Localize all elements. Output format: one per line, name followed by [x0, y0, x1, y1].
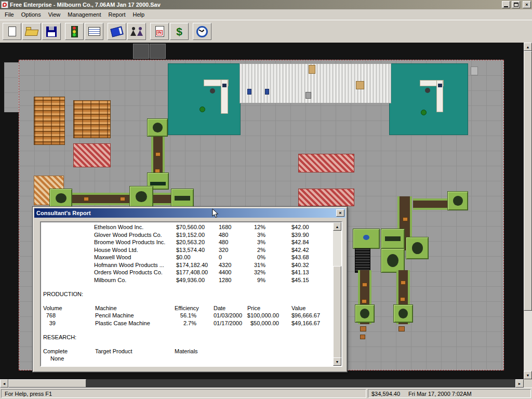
company-revenue: $177,408.00 [176, 269, 208, 275]
company-name: House Wood Ltd. [94, 247, 138, 253]
machine[interactable] [355, 304, 375, 323]
maximize-button[interactable] [512, 1, 520, 8]
warehouse-building[interactable] [240, 63, 391, 103]
scroll-right-button[interactable]: ► [515, 379, 524, 388]
report-table-icon [88, 27, 100, 36]
production-volume: 768 [42, 312, 56, 318]
menu-file[interactable]: File [1, 10, 18, 19]
machine[interactable] [381, 229, 405, 249]
office-room-left[interactable] [168, 63, 241, 135]
window-titlebar[interactable]: Free Enterprise - Milbourn Co., 7.06AM J… [0, 0, 532, 9]
zone-marker[interactable] [298, 189, 354, 206]
new-file-button[interactable] [3, 23, 21, 40]
machine[interactable] [393, 304, 413, 323]
office-chair[interactable] [425, 88, 430, 93]
simulation-speed-button[interactable] [65, 23, 84, 40]
new-document-icon [8, 26, 16, 36]
crate [309, 65, 315, 74]
window-title: Free Enterprise - Milbourn Co., 7.06AM J… [10, 2, 500, 8]
machine-cylinder[interactable] [355, 248, 370, 273]
col-efficiency: Efficiency [175, 305, 199, 311]
status-datetime: Fri Mar 17, 2000 7:02AM [408, 391, 472, 397]
market-row: Orders Wood Products Co. $177,408.00 440… [41, 269, 333, 277]
plant[interactable] [421, 110, 427, 115]
personnel-button[interactable] [127, 23, 146, 40]
save-file-button[interactable] [42, 23, 61, 40]
personnel-icon [130, 27, 143, 36]
vertical-scroll-thumb[interactable] [524, 51, 532, 311]
close-button[interactable]: × [523, 1, 531, 8]
menu-view[interactable]: View [45, 10, 64, 19]
conveyor-item [401, 281, 406, 285]
scroll-down-button[interactable]: ▼ [524, 371, 532, 379]
minimize-button[interactable] [502, 1, 510, 8]
elevator-door[interactable] [150, 44, 166, 59]
plant[interactable] [200, 107, 205, 112]
menu-report[interactable]: Report [105, 10, 129, 19]
machine[interactable] [353, 229, 380, 249]
research-header-row: Complete Target Product Materials [41, 348, 333, 356]
dialog-close-button[interactable]: × [336, 209, 344, 217]
report-listbox: Ethelson Wood Inc. $70,560.00 1680 12% $… [40, 221, 342, 367]
research-complete: None [50, 355, 64, 362]
horizontal-scroll-thumb[interactable] [8, 379, 86, 388]
menu-management[interactable]: Management [64, 10, 104, 19]
open-file-button[interactable] [22, 23, 41, 40]
production-machine: Pencil Machine [95, 312, 134, 318]
machine[interactable] [171, 189, 194, 208]
scrollbar-corner [524, 379, 532, 388]
zone-marker[interactable] [298, 154, 354, 172]
storage-rack[interactable] [73, 100, 111, 138]
company-revenue: $174,182.40 [176, 262, 208, 268]
consultants-report-dialog: Consultant's Report × Ethelson Wood Inc.… [32, 206, 348, 373]
production-price: $100,000.00 [246, 312, 279, 318]
vertical-scrollbar[interactable]: ▲ ▼ [524, 43, 532, 379]
market-share-list: Ethelson Wood Inc. $70,560.00 1680 12% $… [41, 224, 333, 284]
storage-rack[interactable] [34, 97, 65, 145]
company-units: 480 [219, 239, 228, 245]
worker[interactable] [247, 89, 251, 95]
worker[interactable] [265, 89, 269, 95]
in-tray-button[interactable]: IN [150, 23, 169, 40]
col-complete: Complete [43, 348, 68, 354]
menu-help[interactable]: Help [129, 10, 149, 19]
machine[interactable] [381, 248, 405, 273]
machine[interactable] [406, 237, 429, 259]
scroll-left-button[interactable]: ◄ [0, 379, 8, 388]
market-row: Broome Wood Products Inc. $20,563.20 480… [41, 239, 333, 247]
close-icon: × [525, 3, 528, 7]
elevator-door[interactable] [133, 44, 149, 59]
machine[interactable] [447, 191, 468, 210]
company-price: $41.13 [291, 269, 309, 275]
dialog-scroll-down-button[interactable]: ▼ [333, 357, 341, 366]
market-row: Glover Wood Products Co. $19,152.00 480 … [41, 232, 333, 240]
conveyor[interactable] [413, 198, 447, 210]
report-content: Ethelson Wood Inc. $70,560.00 1680 12% $… [41, 222, 333, 366]
in-tray-icon: IN [155, 26, 164, 37]
clock-button[interactable] [193, 23, 211, 40]
menu-options[interactable]: Options [18, 10, 45, 19]
ledger-button[interactable] [108, 23, 126, 40]
machine[interactable] [129, 186, 153, 207]
company-share: 0% [251, 254, 265, 260]
machine[interactable] [49, 189, 72, 208]
zone-marker[interactable] [73, 143, 111, 167]
report-list-button[interactable] [85, 23, 103, 40]
office-room-right[interactable] [389, 63, 468, 135]
horizontal-scrollbar[interactable]: ◄ ► [0, 379, 524, 388]
company-name: Maxwell Wood [94, 254, 131, 260]
col-date: Date [214, 305, 225, 311]
dollar-icon: $ [176, 26, 182, 37]
scroll-up-button[interactable]: ▲ [524, 43, 532, 51]
crate [356, 81, 364, 89]
finances-button[interactable]: $ [170, 23, 189, 40]
dialog-scrollbar[interactable]: ▲ ▼ [333, 222, 341, 366]
dialog-scroll-up-button[interactable]: ▲ [333, 222, 341, 231]
office-chair[interactable] [210, 88, 215, 94]
app-icon[interactable] [1, 1, 8, 8]
col-materials: Materials [175, 348, 198, 354]
status-bar: For Help, press F1 $34,594.40 Fri Mar 17… [0, 388, 532, 399]
dialog-scroll-thumb[interactable] [333, 266, 341, 360]
machine[interactable] [147, 118, 168, 137]
dialog-titlebar[interactable]: Consultant's Report × [34, 208, 345, 218]
